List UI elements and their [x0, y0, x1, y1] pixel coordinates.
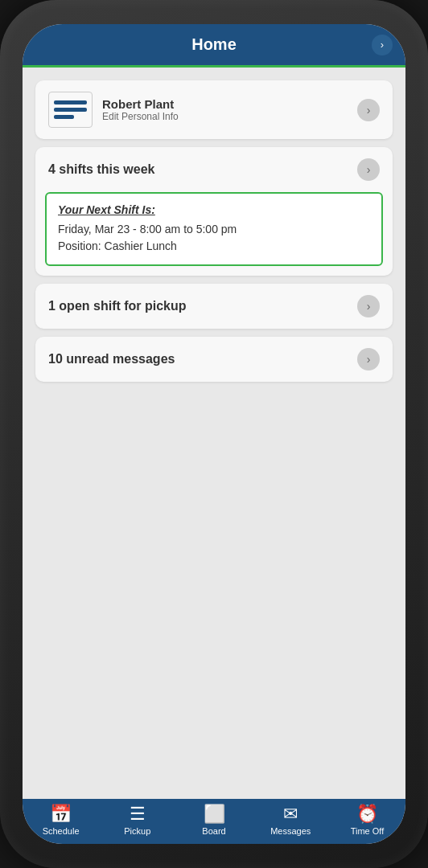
shifts-header[interactable]: 4 shifts this week ›	[35, 147, 393, 192]
nav-item-schedule[interactable]: 📅 Schedule	[23, 805, 99, 836]
profile-arrow-icon[interactable]: ›	[357, 99, 380, 121]
schedule-icon: 📅	[50, 805, 72, 823]
messages-arrow-icon[interactable]: ›	[357, 348, 380, 371]
profile-line-1	[54, 100, 87, 104]
nav-item-messages[interactable]: ✉ Messages	[253, 805, 329, 836]
phone-frame: Home › Robert Plant Edit Personal Info	[0, 0, 428, 868]
nav-item-timeoff[interactable]: ⏰ Time Off	[329, 805, 405, 836]
app-header: Home ›	[23, 24, 405, 68]
app-content: Robert Plant Edit Personal Info › 4 shif…	[23, 68, 405, 799]
phone-screen: Home › Robert Plant Edit Personal Info	[23, 24, 405, 844]
header-chevron-icon: ›	[381, 39, 384, 51]
profile-line-2	[54, 108, 87, 112]
shifts-arrow-icon[interactable]: ›	[357, 158, 380, 181]
header-title: Home	[191, 35, 237, 54]
bottom-nav: 📅 Schedule ☰ Pickup ⬜ Board ✉ Messages ⏰…	[23, 799, 405, 844]
nav-item-board[interactable]: ⬜ Board	[175, 805, 252, 836]
shifts-section: 4 shifts this week › Your Next Shift Is:…	[35, 147, 393, 276]
open-shift-arrow-icon[interactable]: ›	[357, 295, 380, 317]
messages-text: 10 unread messages	[48, 352, 175, 366]
board-icon: ⬜	[204, 805, 225, 823]
profile-edit-label: Edit Personal Info	[102, 111, 179, 122]
next-shift-label: Your Next Shift Is:	[58, 203, 370, 216]
profile-info: Robert Plant Edit Personal Info	[102, 97, 179, 122]
next-shift-position: Position: Cashier Lunch	[58, 238, 370, 255]
profile-line-3	[54, 115, 74, 119]
open-shift-text: 1 open shift for pickup	[48, 299, 187, 313]
nav-label-board: Board	[202, 826, 225, 836]
nav-label-pickup: Pickup	[124, 826, 150, 836]
header-arrow-button[interactable]: ›	[372, 35, 393, 55]
next-shift-box: Your Next Shift Is: Friday, Mar 23 - 8:0…	[45, 192, 383, 266]
next-shift-date: Friday, Mar 23 - 8:00 am to 5:00 pm	[58, 221, 370, 238]
nav-label-messages: Messages	[270, 826, 311, 836]
open-shift-row[interactable]: 1 open shift for pickup ›	[35, 284, 393, 329]
profile-card[interactable]: Robert Plant Edit Personal Info ›	[35, 80, 393, 139]
shifts-summary: 4 shifts this week	[48, 162, 155, 177]
nav-label-timeoff: Time Off	[351, 826, 385, 836]
messages-row[interactable]: 10 unread messages ›	[35, 337, 393, 382]
profile-card-left: Robert Plant Edit Personal Info	[48, 92, 179, 128]
nav-item-pickup[interactable]: ☰ Pickup	[99, 805, 175, 836]
profile-name: Robert Plant	[102, 97, 179, 111]
timeoff-icon: ⏰	[356, 805, 378, 823]
messages-nav-icon: ✉	[283, 805, 298, 823]
nav-label-schedule: Schedule	[43, 826, 80, 836]
pickup-icon: ☰	[130, 805, 146, 823]
profile-avatar	[48, 92, 93, 128]
